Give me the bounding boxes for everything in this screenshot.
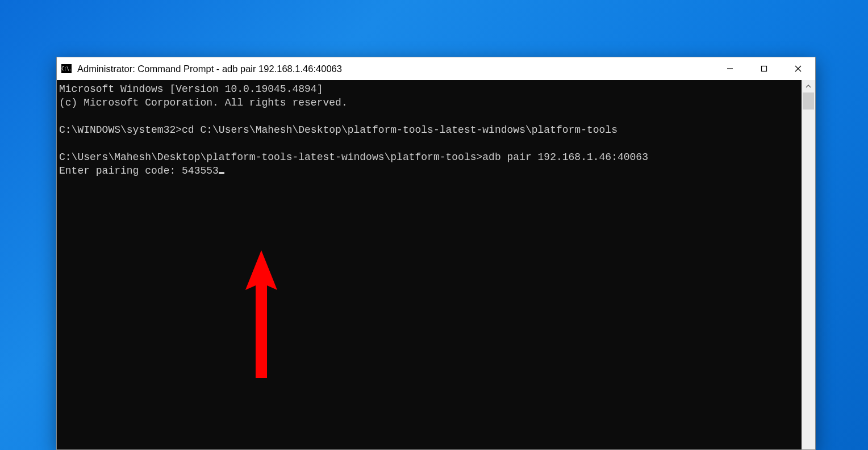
minimize-button[interactable] xyxy=(713,57,747,80)
titlebar[interactable]: C:\. Administrator: Command Prompt - adb… xyxy=(57,57,815,80)
console-output[interactable]: Microsoft Windows [Version 10.0.19045.48… xyxy=(57,80,802,449)
maximize-button[interactable] xyxy=(747,57,781,80)
output-line: C:\Users\Mahesh\Desktop\platform-tools-l… xyxy=(59,152,648,163)
window-controls xyxy=(713,57,815,80)
prompt-label: Enter pairing code: xyxy=(59,165,182,176)
svg-rect-1 xyxy=(762,66,767,72)
scroll-up-button[interactable] xyxy=(802,80,815,92)
command-prompt-window: C:\. Administrator: Command Prompt - adb… xyxy=(56,57,816,450)
text-cursor xyxy=(219,172,224,174)
output-line: Microsoft Windows [Version 10.0.19045.48… xyxy=(59,83,323,95)
pairing-code-input[interactable]: 543553 xyxy=(182,165,219,176)
cmd-icon: C:\. xyxy=(61,64,72,73)
vertical-scrollbar[interactable] xyxy=(802,80,815,449)
scroll-thumb[interactable] xyxy=(803,92,814,110)
close-button[interactable] xyxy=(781,57,815,80)
console-area: Microsoft Windows [Version 10.0.19045.48… xyxy=(57,80,815,449)
output-line: (c) Microsoft Corporation. All rights re… xyxy=(59,97,348,108)
window-title: Administrator: Command Prompt - adb pair… xyxy=(77,64,713,74)
output-line: C:\WINDOWS\system32>cd C:\Users\Mahesh\D… xyxy=(59,124,617,136)
